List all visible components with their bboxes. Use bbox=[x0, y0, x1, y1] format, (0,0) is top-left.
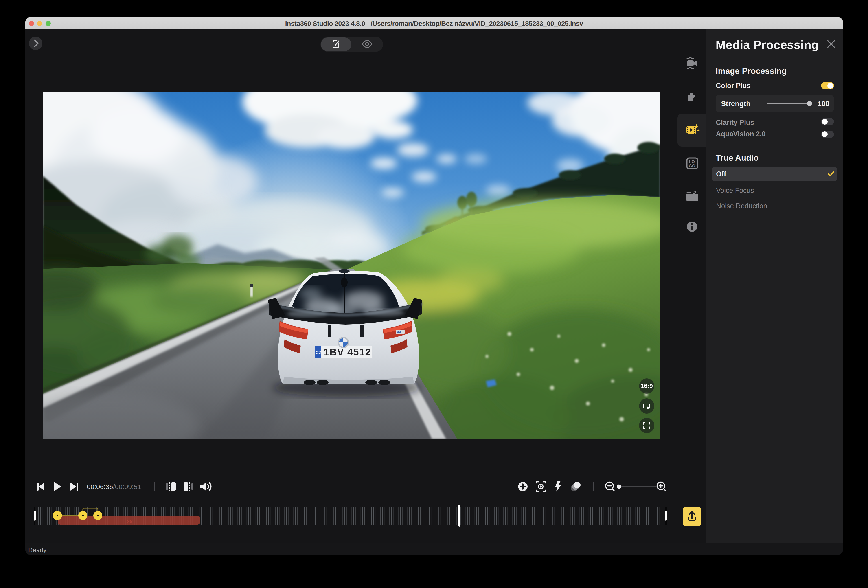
svg-text:/00:09:51: /00:09:51 bbox=[113, 483, 141, 490]
svg-text:1BV 4512: 1BV 4512 bbox=[323, 347, 371, 358]
svg-text:GO: GO bbox=[689, 163, 695, 168]
svg-text:CZ: CZ bbox=[316, 350, 322, 355]
svg-text:2x: 2x bbox=[127, 519, 133, 524]
svg-text:00:06:36: 00:06:36 bbox=[87, 483, 113, 490]
